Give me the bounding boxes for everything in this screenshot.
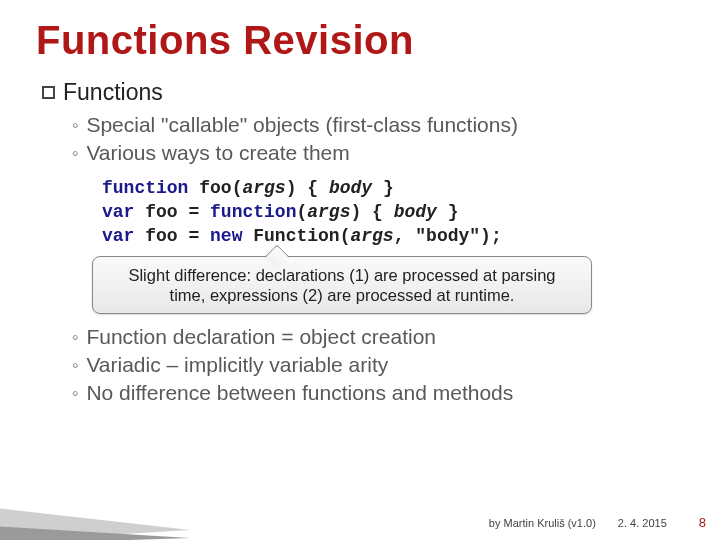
- callout-box: Slight difference: declarations (1) are …: [92, 256, 592, 314]
- code-arg: args: [350, 226, 393, 246]
- bullet-text: Special "callable" objects (first-class …: [86, 112, 518, 138]
- keyword: function: [102, 178, 188, 198]
- slide-title: Functions Revision: [36, 18, 684, 63]
- keyword: new: [210, 226, 242, 246]
- code-text: }: [372, 178, 394, 198]
- caret-icon: ◦: [72, 352, 78, 378]
- code-text: ) {: [286, 178, 329, 198]
- code-body: body: [329, 178, 372, 198]
- code-body: body: [394, 202, 437, 222]
- keyword: var: [102, 226, 134, 246]
- bullet-top-0: ◦ Special "callable" objects (first-clas…: [72, 112, 684, 138]
- code-line-2: var foo = function(args) { body }: [102, 200, 684, 224]
- footer: by Martin Kruliš (v1.0) 2. 4. 2015 8: [0, 515, 720, 530]
- bullet-text: Variadic – implicitly variable arity: [86, 352, 388, 378]
- code-text: (: [296, 202, 307, 222]
- callout-wrap: Slight difference: declarations (1) are …: [92, 256, 684, 314]
- code-text: Function(: [242, 226, 350, 246]
- code-text: ,: [394, 226, 416, 246]
- section-row: Functions: [42, 79, 684, 106]
- code-text: }: [437, 202, 459, 222]
- bullet-top-1: ◦ Various ways to create them: [72, 140, 684, 166]
- keyword: function: [210, 202, 296, 222]
- caret-icon: ◦: [72, 380, 78, 406]
- caret-icon: ◦: [72, 140, 78, 166]
- page-number: 8: [699, 515, 706, 530]
- bullet-bottom-2: ◦ No difference between functions and me…: [72, 380, 684, 406]
- code-text: foo =: [134, 226, 210, 246]
- code-arg: args: [307, 202, 350, 222]
- callout-text: Slight difference: declarations (1) are …: [128, 266, 555, 304]
- code-block: function foo(args) { body } var foo = fu…: [102, 176, 684, 248]
- caret-icon: ◦: [72, 112, 78, 138]
- code-text: foo =: [134, 202, 210, 222]
- footer-author: by Martin Kruliš (v1.0): [489, 517, 596, 529]
- code-line-1: function foo(args) { body }: [102, 176, 684, 200]
- lower-bullets: ◦ Function declaration = object creation…: [36, 324, 684, 406]
- code-arg: args: [242, 178, 285, 198]
- bullet-bottom-1: ◦ Variadic – implicitly variable arity: [72, 352, 684, 378]
- code-text: );: [480, 226, 502, 246]
- bullet-text: No difference between functions and meth…: [86, 380, 513, 406]
- section-label: Functions: [63, 79, 163, 106]
- slide: Functions Revision Functions ◦ Special "…: [0, 0, 720, 540]
- code-text: foo(: [188, 178, 242, 198]
- caret-icon: ◦: [72, 324, 78, 350]
- bullet-bottom-0: ◦ Function declaration = object creation: [72, 324, 684, 350]
- bullet-text: Various ways to create them: [86, 140, 349, 166]
- code-str: "body": [415, 226, 480, 246]
- keyword: var: [102, 202, 134, 222]
- code-line-3: var foo = new Function(args, "body");: [102, 224, 684, 248]
- bullet-box-icon: [42, 86, 55, 99]
- footer-date: 2. 4. 2015: [618, 517, 667, 529]
- bullet-text: Function declaration = object creation: [86, 324, 436, 350]
- code-text: ) {: [350, 202, 393, 222]
